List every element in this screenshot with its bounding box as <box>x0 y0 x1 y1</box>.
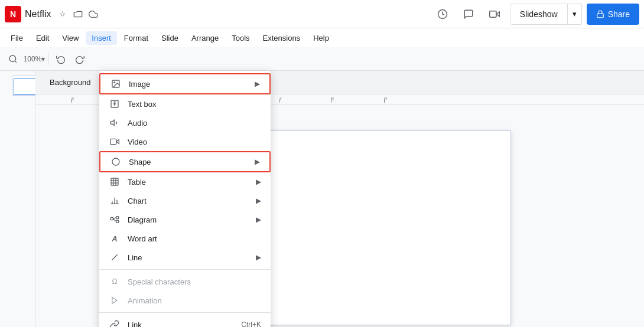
diagram-label: Diagram <box>128 215 157 224</box>
menu-item-text-box[interactable]: Text box <box>99 94 271 113</box>
menu-item-word-art[interactable]: A Word art <box>99 229 271 248</box>
chart-icon <box>109 195 121 207</box>
ruler-mark-7 <box>279 99 279 103</box>
menu-item-audio[interactable]: Audio <box>99 113 271 132</box>
image-arrow: ▶ <box>255 80 260 88</box>
menu-item-image[interactable]: Image ▶ <box>99 73 271 94</box>
menu-item-table[interactable]: Table ▶ <box>99 172 271 191</box>
diagram-icon <box>109 214 121 225</box>
video-icon <box>109 136 121 148</box>
menu-item-animation: Animation <box>99 291 271 310</box>
undo-button[interactable] <box>53 51 69 67</box>
slideshow-button[interactable]: Slideshow <box>510 4 568 25</box>
shape-label: Shape <box>129 158 151 166</box>
table-label: Table <box>128 178 146 187</box>
slideshow-button-group: Slideshow ▾ <box>510 4 582 25</box>
share-button[interactable]: Share <box>587 4 639 25</box>
svg-marker-1 <box>496 12 499 17</box>
svg-line-29 <box>112 254 117 260</box>
svg-rect-24 <box>110 218 113 220</box>
link-icon <box>109 319 121 327</box>
menu-slide[interactable]: Slide <box>155 31 184 45</box>
menu-item-special-characters: Ω Special characters <box>99 272 271 291</box>
comments-button[interactable] <box>458 4 479 25</box>
svg-point-4 <box>9 55 16 62</box>
slide-panel-item: 1 <box>2 76 32 96</box>
svg-point-14 <box>112 158 119 165</box>
menu-bar: File Edit View Insert Format Slide Arran… <box>0 28 644 47</box>
history-button[interactable] <box>432 4 453 25</box>
audio-icon <box>109 117 121 129</box>
top-right-actions: Slideshow ▾ Share <box>432 4 639 25</box>
table-icon <box>109 176 121 188</box>
cloud-icon[interactable] <box>87 8 99 20</box>
zoom-button[interactable]: 100%▾ <box>24 51 45 67</box>
link-shortcut: Ctrl+K <box>241 321 261 327</box>
word-art-icon: A <box>109 233 121 244</box>
redo-button[interactable] <box>71 51 88 67</box>
menu-tools[interactable]: Tools <box>226 31 255 45</box>
app-title: Netflix <box>25 9 51 19</box>
svg-marker-11 <box>110 120 114 125</box>
menu-extensions[interactable]: Extensions <box>257 31 307 45</box>
svg-line-5 <box>15 61 17 63</box>
svg-rect-3 <box>597 14 603 17</box>
top-bar: N Netflix ☆ Slideshow ▾ Share <box>0 0 644 28</box>
menu-arrange[interactable]: Arrange <box>186 31 225 45</box>
slide-panel: 1 <box>0 71 35 327</box>
toolbar: 100%▾ <box>0 47 644 71</box>
insert-dropdown-menu: Image ▶ Text box Audio Video Shape ▶ <box>99 71 271 327</box>
chart-arrow: ▶ <box>256 197 261 205</box>
table-arrow: ▶ <box>256 178 261 186</box>
audio-label: Audio <box>128 119 147 127</box>
shape-icon <box>110 156 122 168</box>
folder-icon[interactable] <box>72 8 84 20</box>
menu-item-video[interactable]: Video <box>99 132 271 151</box>
separator-1 <box>99 269 271 270</box>
meet-button[interactable] <box>484 4 505 25</box>
menu-insert[interactable]: Insert <box>86 31 117 45</box>
menu-view[interactable]: View <box>56 31 84 45</box>
line-label: Line <box>128 253 142 262</box>
image-label: Image <box>129 80 150 89</box>
menu-file[interactable]: File <box>5 31 29 45</box>
ruler-mark-8 <box>331 99 331 103</box>
diagram-arrow: ▶ <box>256 215 261 224</box>
toolbar-separator-1 <box>48 53 49 65</box>
svg-marker-12 <box>116 140 119 144</box>
svg-point-7 <box>114 82 115 83</box>
special-characters-icon: Ω <box>109 276 121 287</box>
menu-edit[interactable]: Edit <box>30 31 55 45</box>
search-button[interactable] <box>5 51 21 67</box>
animation-icon <box>109 295 121 306</box>
menu-item-link[interactable]: Link Ctrl+K <box>99 315 271 327</box>
separator-2 <box>99 312 271 313</box>
line-icon <box>109 251 121 263</box>
svg-rect-13 <box>110 139 116 144</box>
word-art-label: Word art <box>128 234 157 243</box>
menu-format[interactable]: Format <box>118 31 154 45</box>
main-area: 1 Background Layout Theme Transition 3 4… <box>0 71 644 327</box>
chart-label: Chart <box>128 197 147 205</box>
menu-item-chart[interactable]: Chart ▶ <box>99 191 271 210</box>
svg-line-27 <box>113 218 116 219</box>
app-icon: N <box>5 6 21 22</box>
menu-item-shape[interactable]: Shape ▶ <box>99 151 271 172</box>
svg-rect-15 <box>111 178 118 185</box>
shape-arrow: ▶ <box>255 158 260 166</box>
line-arrow: ▶ <box>256 253 261 261</box>
slideshow-caret-button[interactable]: ▾ <box>568 4 582 25</box>
image-icon <box>110 78 122 90</box>
ruler-mark-9 <box>384 99 385 103</box>
svg-rect-25 <box>116 217 119 219</box>
menu-item-line[interactable]: Line ▶ <box>99 248 271 267</box>
ruler-mark-3 <box>71 99 71 103</box>
text-box-icon <box>109 98 121 110</box>
tab-background[interactable]: Background <box>43 76 97 89</box>
menu-item-diagram[interactable]: Diagram ▶ <box>99 210 271 229</box>
star-icon[interactable]: ☆ <box>57 8 69 20</box>
special-characters-label: Special characters <box>128 277 191 286</box>
text-box-label: Text box <box>128 100 156 109</box>
link-label: Link <box>128 321 142 328</box>
menu-help[interactable]: Help <box>307 31 335 45</box>
